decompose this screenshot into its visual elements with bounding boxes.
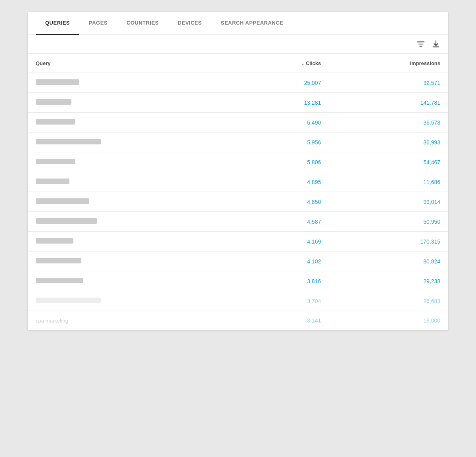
clicks-cell: 6,490 [238,113,329,132]
impressions-cell: 50,950 [329,212,448,232]
tab-queries[interactable]: QUERIES [36,12,79,35]
col-header-query[interactable]: Query [28,54,238,73]
query-cell [28,232,238,252]
clicks-cell: 4,895 [238,172,329,192]
clicks-cell: 5,956 [238,132,329,152]
main-card: QUERIES PAGES COUNTRIES DEVICES SEARCH A… [28,12,448,330]
table-row[interactable]: 4,169170,315 [28,232,448,252]
clicks-cell: 4,102 [238,252,329,271]
table-row[interactable]: 3,70426,683 [28,291,448,311]
impressions-cell: 170,315 [329,232,448,252]
impressions-cell: 29,238 [329,271,448,291]
query-cell [28,93,238,113]
clicks-cell: 4,587 [238,212,329,232]
table-row[interactable]: 4,58750,950 [28,212,448,232]
clicks-cell: 5,806 [238,152,329,172]
clicks-cell: 4,169 [238,232,329,252]
table-row[interactable]: 5,80654,467 [28,152,448,172]
clicks-cell: 4,850 [238,192,329,212]
toolbar [28,35,448,54]
query-cell [28,252,238,271]
tabs-bar: QUERIES PAGES COUNTRIES DEVICES SEARCH A… [28,12,448,35]
query-cell [28,113,238,132]
tab-devices[interactable]: DEVICES [168,12,211,35]
clicks-cell: 25,007 [238,73,329,93]
query-cell [28,271,238,291]
impressions-cell: 36,993 [329,132,448,152]
clicks-cell: 13,281 [238,93,329,113]
table-row[interactable]: 5,95636,993 [28,132,448,152]
impressions-cell: 99,014 [329,192,448,212]
col-header-impressions[interactable]: Impressions [329,54,448,73]
clicks-cell: 3,816 [238,271,329,291]
query-cell [28,172,238,192]
impressions-cell: 80,824 [329,252,448,271]
data-table: Query ↓Clicks Impressions 25,00732,57113… [28,54,448,330]
sort-arrow-icon: ↓ [301,60,304,66]
clicks-cell: 3,141 [238,311,329,330]
table-row[interactable]: 25,00732,571 [28,73,448,93]
tab-search-appearance[interactable]: SEARCH APPEARANCE [211,12,293,35]
tab-countries[interactable]: COUNTRIES [117,12,168,35]
query-cell [28,132,238,152]
table-row[interactable]: 13,281141,781 [28,93,448,113]
query-cell: cpa marketing [28,311,238,330]
table-row[interactable]: 4,85099,014 [28,192,448,212]
clicks-cell: 3,704 [238,291,329,311]
query-cell [28,291,238,311]
impressions-cell: 26,683 [329,291,448,311]
query-cell [28,73,238,93]
download-icon[interactable] [432,40,440,48]
impressions-cell: 54,467 [329,152,448,172]
tab-pages[interactable]: PAGES [79,12,117,35]
query-cell [28,192,238,212]
table-row[interactable]: 4,10280,824 [28,252,448,271]
table-row[interactable]: 6,49036,578 [28,113,448,132]
impressions-cell: 19,000 [329,311,448,330]
impressions-cell: 32,571 [329,73,448,93]
col-header-clicks[interactable]: ↓Clicks [238,54,329,73]
impressions-cell: 141,781 [329,93,448,113]
table-row[interactable]: 4,89511,686 [28,172,448,192]
table-row[interactable]: 3,81629,238 [28,271,448,291]
filter-icon[interactable] [416,40,425,48]
query-cell [28,152,238,172]
impressions-cell: 36,578 [329,113,448,132]
table-row[interactable]: cpa marketing3,14119,000 [28,311,448,330]
impressions-cell: 11,686 [329,172,448,192]
query-cell [28,212,238,232]
